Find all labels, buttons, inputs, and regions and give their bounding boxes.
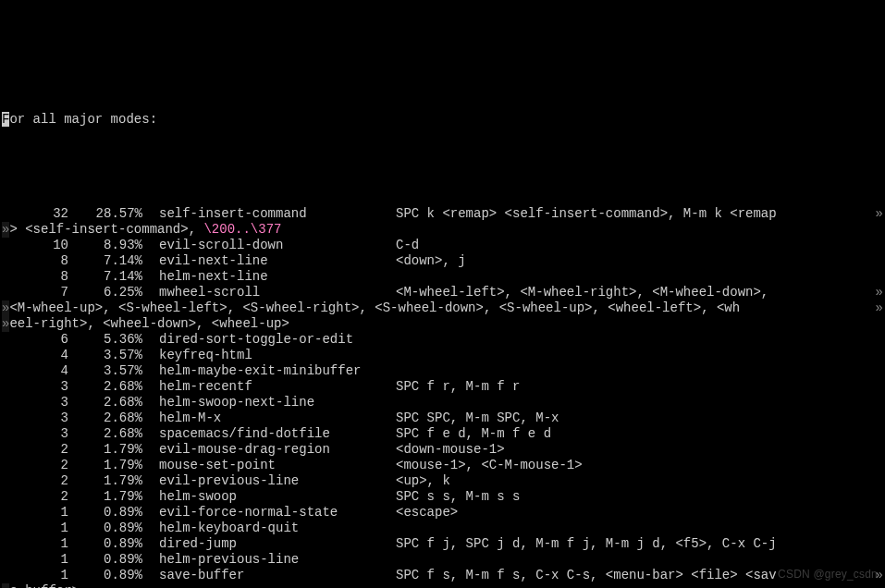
percent-cell: 1.79% [68, 442, 142, 458]
percent-cell: 2.68% [68, 426, 142, 442]
table-row: 21.79%evil-mouse-drag-region<down-mouse-… [2, 442, 885, 458]
percent-cell: 2.68% [68, 379, 142, 395]
percent-cell: 0.89% [68, 568, 142, 583]
count-cell: 8 [2, 269, 68, 285]
table-row: 43.57%helm-maybe-exit-minibuffer [2, 363, 885, 379]
command-cell: helm-M-x [159, 410, 396, 426]
count-cell: 3 [2, 379, 68, 395]
wrap-text: e-buffer> [9, 583, 80, 588]
count-cell: 3 [2, 410, 68, 426]
keys-cell: SPC s s, M-m s s [396, 489, 520, 505]
wrap-line: »<M-wheel-up>, <S-wheel-left>, <S-wheel-… [2, 300, 885, 316]
wrap-indicator-icon: » [876, 206, 883, 222]
table-row: 21.79%helm-swoopSPC s s, M-m s s [2, 489, 885, 505]
table-row: 76.25%mwheel-scroll<M-wheel-left>, <M-wh… [2, 285, 885, 300]
keys-cell: <M-wheel-left>, <M-wheel-right>, <M-whee… [396, 285, 777, 300]
command-cell: mwheel-scroll [159, 285, 396, 300]
watermark: CSDN @grey_csdn [778, 567, 878, 582]
header-text: or all major modes: [9, 112, 157, 127]
percent-cell: 1.79% [68, 458, 142, 473]
keys-cell: <mouse-1>, <C-M-mouse-1> [396, 458, 583, 473]
command-cell: evil-mouse-drag-region [159, 442, 396, 458]
wrap-line: »e-buffer> [2, 583, 885, 588]
escape-sequence: \200..\377 [203, 222, 281, 237]
count-cell: 1 [2, 536, 68, 552]
table-row: 32.68%helm-swoop-next-line [2, 395, 885, 410]
count-cell: 2 [2, 473, 68, 489]
command-cell: save-buffer [159, 568, 396, 583]
wrap-line: »eel-right>, <wheel-down>, <wheel-up> [2, 316, 885, 332]
keys-cell: SPC f r, M-m f r [396, 379, 520, 395]
table-row: 3228.57%self-insert-commandSPC k <remap>… [2, 206, 885, 222]
command-cell: evil-next-line [159, 253, 396, 269]
header-line: For all major modes: [2, 112, 885, 128]
wrap-text: eel-right>, <wheel-down>, <wheel-up> [9, 316, 289, 331]
command-cell: helm-keyboard-quit [159, 521, 396, 536]
keys-cell: <up>, k [396, 473, 450, 489]
command-cell: evil-previous-line [159, 473, 396, 489]
table-row: 32.68%helm-M-xSPC SPC, M-m SPC, M-x [2, 410, 885, 426]
command-cell: helm-recentf [159, 379, 396, 395]
table-row: 10.89%save-bufferSPC f s, M-m f s, C-x C… [2, 568, 885, 583]
percent-cell: 1.79% [68, 473, 142, 489]
keys-cell: <down-mouse-1> [396, 442, 505, 458]
count-cell: 32 [2, 206, 68, 222]
percent-cell: 1.79% [68, 489, 142, 505]
keys-cell: SPC SPC, M-m SPC, M-x [396, 410, 559, 426]
command-cell: helm-swoop [159, 489, 396, 505]
table-row: 108.93%evil-scroll-downC-d [2, 238, 885, 253]
percent-cell: 0.89% [68, 552, 142, 568]
keys-cell: SPC k <remap> <self-insert-command>, M-m… [396, 206, 777, 222]
blank-line [2, 159, 885, 175]
count-cell: 7 [2, 285, 68, 300]
count-cell: 6 [2, 332, 68, 348]
keys-cell: SPC f s, M-m f s, C-x C-s, <menu-bar> <f… [396, 568, 777, 583]
count-cell: 10 [2, 238, 68, 253]
wrap-line: »> <self-insert-command>, \200..\377 [2, 222, 885, 238]
percent-cell: 2.68% [68, 395, 142, 410]
count-cell: 4 [2, 348, 68, 363]
count-cell: 8 [2, 253, 68, 269]
count-cell: 2 [2, 442, 68, 458]
percent-cell: 8.93% [68, 238, 142, 253]
table-row: 21.79%evil-previous-line<up>, k [2, 473, 885, 489]
command-cell: spacemacs/find-dotfile [159, 426, 396, 442]
command-cell: evil-scroll-down [159, 238, 396, 253]
percent-cell: 3.57% [68, 363, 142, 379]
table-row: 10.89%helm-keyboard-quit [2, 521, 885, 536]
table-row: 10.89%evil-force-normal-state<escape> [2, 505, 885, 521]
count-cell: 2 [2, 489, 68, 505]
command-cell: evil-force-normal-state [159, 505, 396, 521]
table-row: 10.89%dired-jumpSPC f j, SPC j d, M-m f … [2, 536, 885, 552]
wrap-indicator-icon: » [876, 300, 883, 316]
keys-cell: C-d [396, 238, 419, 253]
command-cell: dired-jump [159, 536, 396, 552]
percent-cell: 0.89% [68, 521, 142, 536]
command-cell: keyfreq-html [159, 348, 396, 363]
wrap-indicator-icon: » [876, 285, 883, 300]
count-cell: 1 [2, 552, 68, 568]
command-cell: helm-maybe-exit-minibuffer [159, 363, 396, 379]
keys-cell: <down>, j [396, 253, 466, 269]
rows-container: 3228.57%self-insert-commandSPC k <remap>… [2, 206, 885, 588]
count-cell: 3 [2, 426, 68, 442]
terminal-buffer[interactable]: For all major modes: 3228.57%self-insert… [0, 79, 885, 588]
wrap-text: <M-wheel-up>, <S-wheel-left>, <S-wheel-r… [9, 300, 740, 315]
wrap-text: > <self-insert-command>, [9, 222, 203, 237]
table-row: 65.36%dired-sort-toggle-or-edit [2, 332, 885, 348]
command-cell: self-insert-command [159, 206, 396, 222]
keys-cell: SPC f e d, M-m f e d [396, 426, 551, 442]
table-row: 87.14%evil-next-line<down>, j [2, 253, 885, 269]
command-cell: helm-next-line [159, 269, 396, 285]
keys-cell: <escape> [396, 505, 458, 521]
keys-cell: SPC f j, SPC j d, M-m f j, M-m j d, <f5>… [396, 536, 777, 552]
percent-cell: 7.14% [68, 253, 142, 269]
percent-cell: 3.57% [68, 348, 142, 363]
table-row: 10.89%helm-previous-line [2, 552, 885, 568]
table-row: 87.14%helm-next-line [2, 269, 885, 285]
count-cell: 3 [2, 395, 68, 410]
table-row: 43.57%keyfreq-html [2, 348, 885, 363]
percent-cell: 0.89% [68, 536, 142, 552]
command-cell: helm-previous-line [159, 552, 396, 568]
percent-cell: 5.36% [68, 332, 142, 348]
